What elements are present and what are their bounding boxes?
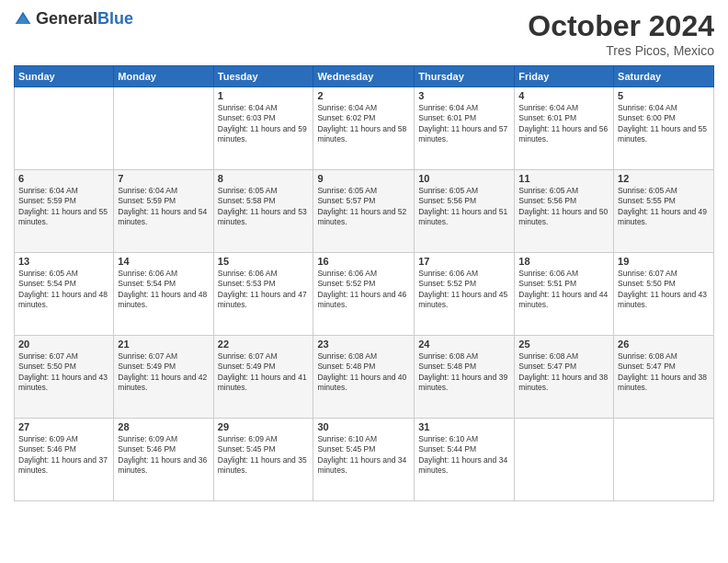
table-row: 7Sunrise: 6:04 AM Sunset: 5:59 PM Daylig… (114, 170, 213, 253)
table-row: 10Sunrise: 6:05 AM Sunset: 5:56 PM Dayli… (415, 170, 515, 253)
day-info: Sunrise: 6:06 AM Sunset: 5:52 PM Dayligh… (418, 269, 510, 311)
day-number: 4 (518, 90, 609, 101)
table-row: 2Sunrise: 6:04 AM Sunset: 6:02 PM Daylig… (313, 87, 415, 170)
table-row: 28Sunrise: 6:09 AM Sunset: 5:46 PM Dayli… (114, 419, 213, 501)
day-number: 18 (518, 256, 609, 267)
day-info: Sunrise: 6:08 AM Sunset: 5:48 PM Dayligh… (317, 351, 410, 394)
day-number: 17 (418, 256, 510, 267)
day-info: Sunrise: 6:05 AM Sunset: 5:54 PM Dayligh… (18, 269, 109, 311)
table-row (114, 87, 213, 170)
day-info: Sunrise: 6:04 AM Sunset: 6:01 PM Dayligh… (418, 103, 510, 145)
day-number: 23 (317, 339, 410, 350)
day-number: 5 (618, 90, 710, 101)
table-row: 16Sunrise: 6:06 AM Sunset: 5:52 PM Dayli… (313, 253, 415, 336)
day-info: Sunrise: 6:06 AM Sunset: 5:52 PM Dayligh… (317, 269, 410, 311)
calendar-week-row: 1Sunrise: 6:04 AM Sunset: 6:03 PM Daylig… (15, 87, 714, 170)
table-row: 11Sunrise: 6:05 AM Sunset: 5:56 PM Dayli… (515, 170, 614, 253)
day-number: 25 (518, 339, 609, 350)
day-info: Sunrise: 6:04 AM Sunset: 6:00 PM Dayligh… (618, 103, 710, 145)
day-info: Sunrise: 6:04 AM Sunset: 6:03 PM Dayligh… (218, 103, 310, 145)
day-info: Sunrise: 6:08 AM Sunset: 5:47 PM Dayligh… (618, 351, 710, 394)
day-number: 1 (218, 90, 310, 101)
calendar-table: Sunday Monday Tuesday Wednesday Thursday… (14, 65, 714, 501)
table-row (614, 419, 714, 501)
title-block: October 2024 Tres Picos, Mexico (528, 9, 714, 58)
logo-icon (14, 10, 32, 29)
day-info: Sunrise: 6:08 AM Sunset: 5:48 PM Dayligh… (418, 351, 510, 394)
page-container: GeneralBlue October 2024 Tres Picos, Mex… (0, 0, 728, 563)
day-number: 30 (317, 421, 410, 432)
day-info: Sunrise: 6:09 AM Sunset: 5:46 PM Dayligh… (18, 434, 109, 477)
table-row: 23Sunrise: 6:08 AM Sunset: 5:48 PM Dayli… (313, 336, 415, 419)
day-info: Sunrise: 6:08 AM Sunset: 5:47 PM Dayligh… (518, 351, 609, 394)
table-row: 31Sunrise: 6:10 AM Sunset: 5:44 PM Dayli… (415, 419, 515, 501)
table-row: 3Sunrise: 6:04 AM Sunset: 6:01 PM Daylig… (415, 87, 515, 170)
table-row: 8Sunrise: 6:05 AM Sunset: 5:58 PM Daylig… (213, 170, 313, 253)
col-wednesday: Wednesday (313, 66, 415, 87)
day-number: 13 (18, 256, 109, 267)
day-number: 14 (118, 256, 209, 267)
logo-text: GeneralBlue (36, 9, 133, 29)
day-info: Sunrise: 6:06 AM Sunset: 5:53 PM Dayligh… (218, 269, 310, 311)
table-row: 19Sunrise: 6:07 AM Sunset: 5:50 PM Dayli… (614, 253, 714, 336)
table-row: 12Sunrise: 6:05 AM Sunset: 5:55 PM Dayli… (614, 170, 714, 253)
calendar-week-row: 20Sunrise: 6:07 AM Sunset: 5:50 PM Dayli… (15, 336, 714, 419)
day-number: 11 (518, 173, 609, 184)
month-title: October 2024 (528, 9, 714, 43)
day-number: 9 (317, 173, 410, 184)
day-number: 8 (218, 173, 310, 184)
day-number: 31 (418, 421, 510, 432)
day-info: Sunrise: 6:04 AM Sunset: 5:59 PM Dayligh… (118, 186, 209, 228)
table-row: 4Sunrise: 6:04 AM Sunset: 6:01 PM Daylig… (515, 87, 614, 170)
day-number: 26 (618, 339, 710, 350)
day-info: Sunrise: 6:07 AM Sunset: 5:49 PM Dayligh… (118, 351, 209, 394)
day-info: Sunrise: 6:10 AM Sunset: 5:44 PM Dayligh… (418, 434, 510, 477)
table-row: 29Sunrise: 6:09 AM Sunset: 5:45 PM Dayli… (213, 419, 313, 501)
day-info: Sunrise: 6:09 AM Sunset: 5:45 PM Dayligh… (218, 434, 310, 477)
table-row: 24Sunrise: 6:08 AM Sunset: 5:48 PM Dayli… (415, 336, 515, 419)
day-info: Sunrise: 6:05 AM Sunset: 5:57 PM Dayligh… (317, 186, 410, 228)
day-number: 16 (317, 256, 410, 267)
table-row: 13Sunrise: 6:05 AM Sunset: 5:54 PM Dayli… (15, 253, 114, 336)
day-info: Sunrise: 6:04 AM Sunset: 6:02 PM Dayligh… (317, 103, 410, 145)
day-number: 19 (618, 256, 710, 267)
table-row: 20Sunrise: 6:07 AM Sunset: 5:50 PM Dayli… (15, 336, 114, 419)
table-row: 1Sunrise: 6:04 AM Sunset: 6:03 PM Daylig… (213, 87, 313, 170)
day-info: Sunrise: 6:05 AM Sunset: 5:58 PM Dayligh… (218, 186, 310, 228)
table-row: 17Sunrise: 6:06 AM Sunset: 5:52 PM Dayli… (415, 253, 515, 336)
col-saturday: Saturday (614, 66, 714, 87)
table-row: 5Sunrise: 6:04 AM Sunset: 6:00 PM Daylig… (614, 87, 714, 170)
day-number: 10 (418, 173, 510, 184)
day-info: Sunrise: 6:07 AM Sunset: 5:50 PM Dayligh… (18, 351, 109, 394)
day-info: Sunrise: 6:05 AM Sunset: 5:55 PM Dayligh… (618, 186, 710, 228)
table-row: 14Sunrise: 6:06 AM Sunset: 5:54 PM Dayli… (114, 253, 213, 336)
table-row (15, 87, 114, 170)
header: GeneralBlue October 2024 Tres Picos, Mex… (14, 9, 714, 58)
day-number: 24 (418, 339, 510, 350)
day-number: 2 (317, 90, 410, 101)
table-row: 22Sunrise: 6:07 AM Sunset: 5:49 PM Dayli… (213, 336, 313, 419)
day-number: 3 (418, 90, 510, 101)
col-monday: Monday (114, 66, 213, 87)
day-info: Sunrise: 6:05 AM Sunset: 5:56 PM Dayligh… (518, 186, 609, 228)
col-thursday: Thursday (415, 66, 515, 87)
day-info: Sunrise: 6:04 AM Sunset: 6:01 PM Dayligh… (518, 103, 609, 145)
day-info: Sunrise: 6:05 AM Sunset: 5:56 PM Dayligh… (418, 186, 510, 228)
day-info: Sunrise: 6:07 AM Sunset: 5:49 PM Dayligh… (218, 351, 310, 394)
day-number: 12 (618, 173, 710, 184)
day-number: 7 (118, 173, 209, 184)
col-sunday: Sunday (15, 66, 114, 87)
table-row (515, 419, 614, 501)
table-row: 25Sunrise: 6:08 AM Sunset: 5:47 PM Dayli… (515, 336, 614, 419)
table-row: 21Sunrise: 6:07 AM Sunset: 5:49 PM Dayli… (114, 336, 213, 419)
table-row: 15Sunrise: 6:06 AM Sunset: 5:53 PM Dayli… (213, 253, 313, 336)
day-info: Sunrise: 6:07 AM Sunset: 5:50 PM Dayligh… (618, 269, 710, 311)
table-row: 30Sunrise: 6:10 AM Sunset: 5:45 PM Dayli… (313, 419, 415, 501)
table-row: 9Sunrise: 6:05 AM Sunset: 5:57 PM Daylig… (313, 170, 415, 253)
day-number: 28 (118, 421, 209, 432)
calendar-header-row: Sunday Monday Tuesday Wednesday Thursday… (15, 66, 714, 87)
day-number: 21 (118, 339, 209, 350)
calendar-week-row: 27Sunrise: 6:09 AM Sunset: 5:46 PM Dayli… (15, 419, 714, 501)
calendar-week-row: 13Sunrise: 6:05 AM Sunset: 5:54 PM Dayli… (15, 253, 714, 336)
col-friday: Friday (515, 66, 614, 87)
